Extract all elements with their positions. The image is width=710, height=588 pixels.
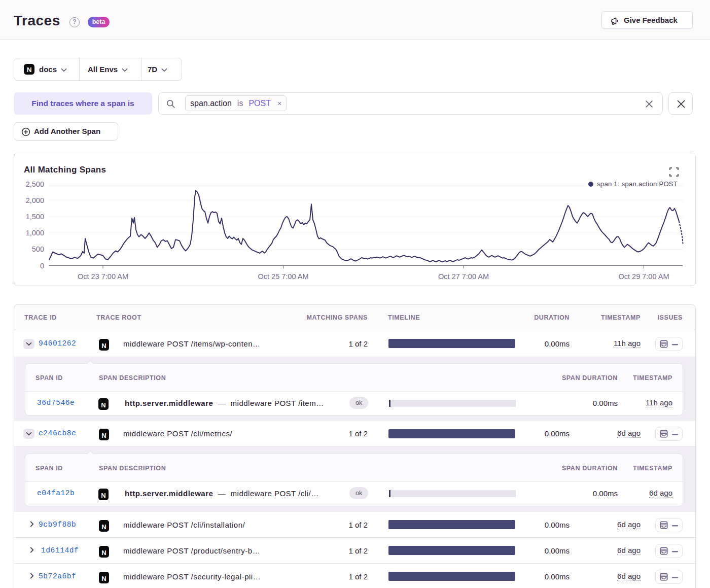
svg-text:N: N	[101, 342, 106, 350]
svg-text:500: 500	[32, 245, 44, 253]
svg-text:1,500: 1,500	[26, 213, 44, 221]
svg-text:N: N	[101, 432, 106, 439]
svg-text:N: N	[101, 492, 105, 499]
svg-text:Oct 23 7:00 AM: Oct 23 7:00 AM	[78, 272, 128, 281]
svg-text:N: N	[101, 549, 106, 557]
svg-text:Oct 29 7:00 AM: Oct 29 7:00 AM	[619, 272, 669, 281]
svg-text:1,000: 1,000	[26, 229, 44, 237]
svg-text:N: N	[27, 66, 32, 74]
svg-text:N: N	[101, 523, 106, 531]
svg-text:N: N	[101, 401, 105, 409]
svg-text:2,500: 2,500	[26, 180, 44, 188]
svg-text:0: 0	[40, 262, 44, 270]
svg-text:Oct 25 7:00 AM: Oct 25 7:00 AM	[258, 272, 309, 281]
svg-text:Oct 27 7:00 AM: Oct 27 7:00 AM	[438, 272, 489, 281]
svg-text:2,000: 2,000	[26, 196, 44, 204]
svg-text:N: N	[101, 575, 106, 582]
